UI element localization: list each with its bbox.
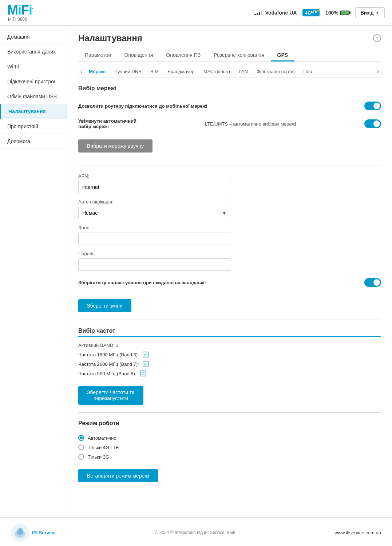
freq-band8-row: Частота 900 МГц (Band 8):	[78, 371, 381, 376]
login-group: Логін	[78, 225, 381, 245]
sub-tab-next-arrow[interactable]: ›	[375, 65, 381, 78]
freq-band8-checkbox[interactable]	[140, 371, 146, 376]
save-on-reset-row: Зберігати ці налаштування при скиданні н…	[78, 277, 381, 288]
tab-update[interactable]: Оновлення ПЗ	[159, 49, 207, 61]
active-band-info: Активний BAND: 3	[78, 343, 381, 348]
signal-bars-icon	[254, 11, 262, 15]
content: Налаштування ? Параметри Оповіщення Онов…	[67, 26, 392, 517]
footer-logo-img	[11, 523, 29, 542]
sub-tab-sim[interactable]: SIM	[146, 66, 163, 77]
network-selection-title: Вибір мережі	[78, 85, 381, 94]
logout-button[interactable]: Вихід ▼	[355, 7, 385, 18]
logout-label: Вихід	[361, 10, 373, 16]
tab-notifications[interactable]: Оповіщення	[118, 49, 159, 61]
sidebar-item-wifi[interactable]: Wi-Fi	[0, 59, 67, 74]
save-on-reset-toggle[interactable]	[364, 278, 381, 287]
sidebar-item-home[interactable]: Домашня	[0, 29, 67, 44]
footer-brand: IFI Service	[32, 530, 56, 535]
sidebar-item-connected-devices[interactable]: Підключені пристрої	[0, 74, 67, 89]
footer-website: www.ifiservice.com.ua	[334, 530, 381, 535]
password-input[interactable]	[78, 258, 231, 271]
sidebar-item-settings[interactable]: Налаштування	[0, 104, 67, 119]
auth-select-wrap: Немає PAP CHAP PAP or CHAP ▼	[78, 207, 231, 219]
auth-select[interactable]: Немає PAP CHAP PAP or CHAP	[78, 207, 231, 219]
freq-band7-checkbox[interactable]	[143, 361, 149, 367]
sidebar-item-file-exchange[interactable]: Обмін файлами USB	[0, 89, 67, 104]
freq-band7-row: Частота 2600 МГц (Band 7):	[78, 361, 381, 367]
sub-tabs: Мережі Ручний DNS SIM Брандмауер МАС-філ…	[84, 66, 375, 77]
save-on-reset-label: Зберігати ці налаштування при скиданні н…	[78, 280, 364, 285]
freq-band3-checkbox[interactable]	[143, 352, 149, 357]
sidebar: Домашня Використання даних Wi-Fi Підключ…	[0, 26, 67, 517]
manual-network-button[interactable]: Вибрати мережу вручну	[78, 139, 153, 153]
4g-badge: 4GLTE 🌙	[302, 9, 319, 16]
apn-label: APN:	[78, 173, 381, 179]
footer-copyright: © 2024 © Інтерфейс від iFi Service, Київ	[155, 530, 235, 535]
help-icon[interactable]: ?	[373, 34, 381, 42]
divider-2	[78, 320, 381, 320]
page-title: Налаштування	[78, 33, 142, 43]
login-label: Логін	[78, 225, 381, 230]
sub-tab-networks[interactable]: Мережі	[84, 66, 110, 77]
freq-band3-label: Частота 1800 МГц (Band 3):	[78, 352, 139, 357]
auto-select-label: Увімкнути автоматичний вибір мережі	[78, 118, 136, 129]
ifi-service-logo-icon	[13, 526, 27, 539]
footer-logo: IFI Service	[11, 523, 56, 542]
header: MiFi· MiFi 8800 Vodafone UA 4GLTE 🌙 100%…	[0, 0, 392, 26]
sub-tabs-container: ‹ Мережі Ручний DNS SIM Брандмауер МАС-ф…	[78, 65, 381, 78]
allow-mobile-toggle[interactable]	[364, 102, 381, 110]
divider-3	[78, 412, 381, 413]
footer: IFI Service © 2024 © Інтерфейс від iFi S…	[0, 517, 392, 546]
frequency-section-title: Вибір частот	[78, 328, 381, 337]
sub-tab-per[interactable]: Пер	[299, 66, 316, 77]
sidebar-item-about[interactable]: Про пристрій	[0, 119, 67, 134]
apn-group: APN:	[78, 173, 381, 193]
radio-auto-row: Автоматично	[78, 435, 381, 441]
mifi-model: MiFi 8800	[8, 17, 27, 22]
tab-params[interactable]: Параметри	[78, 49, 118, 61]
page-title-row: Налаштування ?	[78, 33, 381, 43]
sidebar-item-help[interactable]: Допомога	[0, 134, 67, 149]
radio-3g[interactable]	[78, 454, 84, 460]
sub-tab-firewall[interactable]: Брандмауер	[163, 66, 199, 77]
mifi-logo: MiFi·	[7, 4, 33, 17]
freq-band8-label: Частота 900 МГц (Band 8):	[78, 371, 136, 376]
chevron-down-icon: ▼	[376, 11, 379, 15]
allow-mobile-row: Дозволити роутеру підключатися до мобіль…	[78, 100, 381, 112]
auth-label: Автентифікація:	[78, 199, 381, 205]
auto-select-sublabel: LTE/UMTS – автоматично вибрані мережі	[205, 121, 296, 127]
main-layout: Домашня Використання даних Wi-Fi Підключ…	[0, 26, 392, 517]
radio-4glte[interactable]	[78, 444, 84, 450]
sub-tab-port-filter[interactable]: Фільтрація портів	[252, 66, 299, 77]
sub-tab-lan[interactable]: LAN	[234, 66, 252, 77]
allow-mobile-label: Дозволити роутеру підключатися до мобіль…	[78, 103, 364, 109]
signal-area: Vodafone UA	[254, 10, 297, 16]
login-input[interactable]	[78, 233, 231, 245]
radio-auto-label: Автоматично	[88, 435, 116, 441]
sub-tab-mac-filter[interactable]: МАС-фільтр	[199, 66, 234, 77]
network-name: Vodafone UA	[265, 10, 297, 16]
password-label: Пароль	[78, 251, 381, 256]
sub-tab-prev-arrow[interactable]: ‹	[78, 65, 84, 78]
radio-4glte-label: Тільки 4G LTE	[88, 445, 119, 450]
save-frequencies-button[interactable]: Зберегти частоти та перезапустити	[78, 386, 143, 405]
work-mode-title: Режим роботи	[78, 420, 381, 429]
save-changes-button[interactable]: Зберегти зміни	[78, 299, 131, 312]
battery-percent: 100%	[325, 10, 338, 16]
radio-4glte-row: Тільки 4G LTE	[78, 444, 381, 450]
battery-icon	[340, 11, 349, 15]
tab-gps[interactable]: GPS	[271, 49, 295, 61]
radio-3g-row: Тільки 3G	[78, 454, 381, 460]
radio-auto[interactable]	[78, 435, 84, 441]
apn-input[interactable]	[78, 181, 231, 193]
svg-point-1	[17, 528, 23, 534]
radio-3g-label: Тільки 3G	[88, 454, 109, 460]
divider-1	[78, 166, 381, 166]
tab-backup[interactable]: Резервне копіювання	[207, 49, 270, 61]
sidebar-item-data-usage[interactable]: Використання даних	[0, 44, 67, 59]
sub-tab-manual-dns[interactable]: Ручний DNS	[110, 66, 146, 77]
header-status: Vodafone UA 4GLTE 🌙 100% Вихід ▼	[254, 7, 385, 18]
auto-select-toggle[interactable]	[364, 119, 381, 128]
set-network-mode-button[interactable]: Встановити режим мережі	[78, 469, 158, 482]
battery-area: 100%	[325, 10, 349, 16]
